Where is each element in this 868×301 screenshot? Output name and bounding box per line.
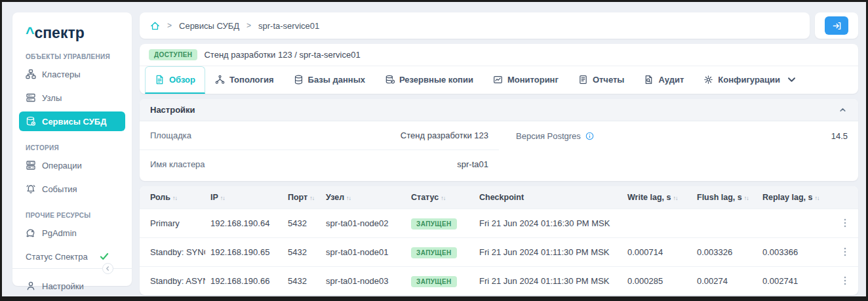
service-title: Стенд разработки 123 / spr-ta-service01 (204, 50, 360, 60)
service-panel: ДОСТУПЕН Стенд разработки 123 / spr-ta-s… (140, 44, 858, 94)
tab-overview[interactable]: Обзор (145, 66, 205, 94)
sidebar-item-nodes[interactable]: Узлы (19, 88, 125, 108)
sidebar-item-clusters[interactable]: Кластеры (19, 64, 125, 84)
chevron-up-icon[interactable] (838, 105, 848, 115)
servers-icon (26, 92, 36, 103)
field-cluster-name: Имя кластера spr-ta01 (140, 150, 499, 178)
sidebar-item-label: Настройки (42, 281, 84, 291)
field-value: 14.5 (831, 131, 848, 141)
sidebar-section-history: ИСТОРИЯ (12, 144, 132, 151)
sidebar-item-operations[interactable]: Операции (19, 155, 125, 175)
cell-flush-lag: 0.003326 (692, 238, 757, 267)
kebab-icon (844, 275, 846, 286)
col-status[interactable]: Статус↑↓ (406, 186, 474, 209)
logout-icon (832, 21, 842, 31)
breadcrumb-db-services[interactable]: Сервисы СУБД (179, 21, 239, 31)
sidebar-item-label: Сервисы СУБД (42, 117, 106, 127)
cell-flush-lag (692, 209, 757, 238)
cell-checkpoint: Fri 21 Jun 2024 01:16:30 PM MSK (474, 209, 622, 238)
main-content: > Сервисы СУБД > spr-ta-service01 ДОСТУП… (140, 12, 858, 286)
tab-databases[interactable]: Базы данных (284, 66, 375, 94)
sort-icon: ↑↓ (346, 195, 351, 201)
col-ip[interactable]: IP↑↓ (205, 186, 283, 209)
field-postgres-version: Версия Postgres 14.5 (499, 121, 858, 150)
nodes-table-card: Роль↑↓ IP↑↓ Порт↑↓ Узел↑↓ Статус↑↓ Check… (140, 186, 858, 295)
sidebar-section-objects: ОБЪЕКТЫ УПРАВЛЕНИЯ (12, 53, 132, 60)
col-port[interactable]: Порт↑↓ (283, 186, 321, 209)
home-icon[interactable] (150, 21, 160, 31)
col-flush-lag[interactable]: Flush lag, s↑↓ (692, 186, 757, 209)
tab-configurations[interactable]: Конфигурации (694, 66, 806, 94)
tab-label: Топология (229, 75, 274, 85)
cell-checkpoint: Fri 21 Jun 2024 01:11:30 PM MSK (474, 267, 622, 296)
logo-caret: ^ (26, 24, 34, 41)
cell-ip: 192.168.190.64 (205, 209, 283, 238)
breadcrumb: > Сервисы СУБД > spr-ta-service01 (140, 12, 810, 39)
sort-icon: ↑↓ (441, 195, 445, 201)
sidebar-item-db-services[interactable]: Сервисы СУБД (19, 111, 125, 131)
settings-panel: Настройки Площадка Стенд разработки 123 … (140, 99, 858, 181)
sidebar-item-label: Операции (42, 161, 82, 171)
table-row: Standby: ASYNC 192.168.190.66 5432 spr-t… (140, 267, 858, 296)
cell-node: spr-ta01-node03 (321, 267, 406, 296)
sidebar-item-label: Кластеры (42, 70, 81, 79)
col-replay-lag[interactable]: Replay lag, s↑↓ (757, 186, 835, 209)
sort-icon: ↑↓ (172, 195, 177, 201)
col-actions (835, 186, 858, 209)
field-value: Стенд разработки 123 (401, 130, 488, 140)
database-gear-icon (26, 116, 36, 127)
row-menu-button[interactable] (840, 216, 850, 230)
col-write-lag[interactable]: Write lag, s↑↓ (622, 186, 692, 209)
sidebar-divider (12, 268, 132, 269)
field-empty (499, 150, 858, 178)
logout-button[interactable] (825, 16, 848, 35)
sort-icon: ↑↓ (744, 195, 749, 201)
col-role[interactable]: Роль↑↓ (140, 186, 205, 209)
status-badge: ЗАПУЩЕН (411, 218, 457, 230)
tab-backups[interactable]: Резервные копии (375, 66, 483, 94)
info-icon[interactable] (585, 132, 594, 140)
sidebar-item-events[interactable]: События (19, 179, 125, 199)
tab-audit[interactable]: Аудит (634, 66, 694, 94)
bell-icon (26, 184, 36, 194)
sidebar-item-settings[interactable]: Настройки (19, 276, 125, 296)
sidebar-item-pgadmin[interactable]: PgAdmin (19, 223, 125, 243)
tab-label: Мониторинг (507, 75, 559, 85)
chart-icon (493, 75, 503, 85)
tab-reports[interactable]: Отчеты (568, 66, 635, 94)
cell-node: spr-ta01-node02 (321, 209, 406, 238)
topology-icon (215, 75, 225, 85)
breadcrumb-current: spr-ta-service01 (258, 21, 319, 31)
cell-node: spr-ta01-node01 (321, 238, 406, 267)
sidebar-item-label: Узлы (42, 93, 62, 103)
operations-icon (26, 160, 36, 171)
database-icon (294, 75, 304, 85)
field-label: Версия Postgres (516, 131, 581, 141)
cell-role: Primary (140, 209, 205, 238)
cell-write-lag (622, 209, 692, 238)
col-node[interactable]: Узел↑↓ (321, 186, 406, 209)
tab-topology[interactable]: Топология (205, 66, 284, 94)
sort-icon: ↑↓ (220, 195, 225, 201)
gear-icon (703, 75, 713, 85)
settings-header: Настройки (140, 99, 858, 121)
table-row: Primary 192.168.190.64 5432 spr-ta01-nod… (140, 209, 858, 238)
app-logo[interactable]: ^спектр (12, 22, 132, 42)
sidebar: ^спектр ОБЪЕКТЫ УПРАВЛЕНИЯ Кластеры Узлы… (12, 12, 132, 286)
table-row: Standby: SYNC 192.168.190.65 5432 spr-ta… (140, 238, 858, 267)
cell-ip: 192.168.190.66 (205, 267, 283, 296)
row-menu-button[interactable] (840, 274, 850, 287)
tab-bar: Обзор Топология Базы данных Резервные ко… (140, 66, 858, 94)
top-bar: > Сервисы СУБД > spr-ta-service01 (140, 12, 858, 39)
sort-icon: ↑↓ (814, 195, 819, 201)
sidebar-collapse-button[interactable] (102, 263, 113, 274)
tab-label: Резервные копии (399, 75, 473, 85)
status-badge: ЗАПУЩЕН (411, 247, 457, 258)
document-icon (155, 75, 165, 85)
row-menu-button[interactable] (840, 245, 850, 258)
tab-label: Аудит (658, 75, 684, 85)
audit-search-icon (644, 75, 654, 85)
tab-monitoring[interactable]: Мониторинг (483, 66, 568, 94)
cell-port: 5432 (283, 209, 321, 238)
status-badge: ДОСТУПЕН (149, 49, 197, 60)
